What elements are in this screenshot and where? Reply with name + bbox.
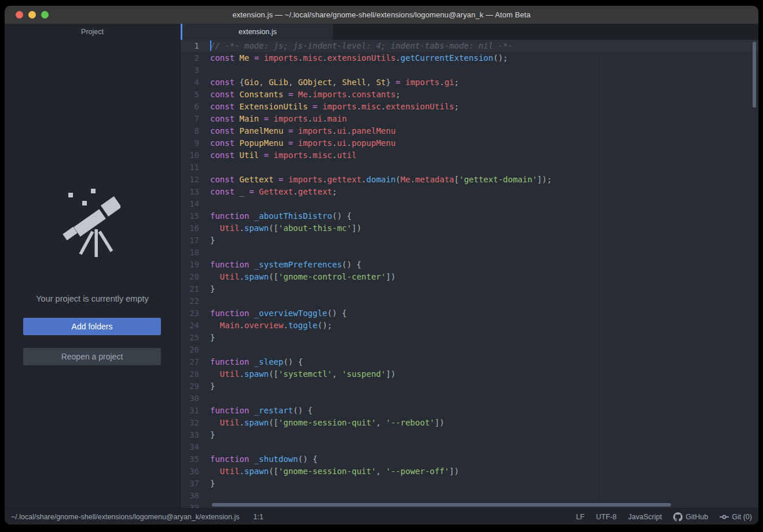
line-number[interactable]: 9 [181, 137, 205, 149]
code-line[interactable]: 11 [181, 162, 758, 174]
code-line[interactable]: 17} [181, 234, 758, 247]
line-number[interactable]: 10 [181, 149, 205, 162]
code-line[interactable]: 13const _ = Gettext.gettext; [181, 186, 758, 198]
line-number[interactable]: 33 [181, 429, 205, 441]
code-line[interactable]: 21} [181, 283, 758, 295]
line-number[interactable]: 1 [181, 40, 205, 52]
line-number[interactable]: 3 [181, 64, 205, 76]
code-line[interactable]: 28 Util.spawn(['systemctl', 'suspend']) [181, 368, 758, 380]
tab-extension-js[interactable]: extension.js [182, 24, 333, 40]
line-number[interactable]: 15 [181, 210, 205, 222]
line-number[interactable]: 31 [181, 405, 205, 417]
horizontal-scrollbar[interactable] [212, 503, 671, 507]
minimize-window-button[interactable] [28, 11, 36, 19]
code-token: const [210, 90, 240, 99]
line-number[interactable]: 27 [181, 356, 205, 368]
line-number[interactable]: 12 [181, 174, 205, 186]
code-line[interactable]: 19function _systemPreferences() { [181, 259, 758, 271]
code-line[interactable]: 14 [181, 198, 758, 210]
code-line[interactable]: 30 [181, 392, 758, 405]
code-line[interactable]: 20 Util.spawn(['gnome-control-center']) [181, 271, 758, 283]
code-line[interactable]: 5const Constants = Me.imports.constants; [181, 89, 758, 101]
code-line[interactable]: 34 [181, 441, 758, 453]
line-number[interactable]: 8 [181, 125, 205, 137]
line-number[interactable]: 20 [181, 271, 205, 283]
code-line[interactable]: 38 [181, 490, 758, 502]
code-line[interactable]: 22 [181, 295, 758, 307]
project-tab[interactable]: Project [5, 24, 180, 40]
line-number[interactable]: 23 [181, 307, 205, 320]
line-number[interactable]: 11 [181, 162, 205, 174]
text-editor[interactable]: 1// -*- mode: js; js-indent-level: 4; in… [181, 40, 758, 508]
code-line[interactable]: 32 Util.spawn(['gnome-session-quit', '--… [181, 417, 758, 429]
line-number[interactable]: 18 [181, 247, 205, 259]
code-line[interactable]: 26 [181, 344, 758, 356]
zoom-window-button[interactable] [41, 11, 49, 19]
code-line[interactable]: 1// -*- mode: js; js-indent-level: 4; in… [181, 40, 758, 52]
code-line[interactable]: 15function _aboutThisDistro() { [181, 210, 758, 222]
code-line[interactable]: 33} [181, 429, 758, 441]
code-line[interactable]: 24 Main.overview.toggle(); [181, 320, 758, 332]
line-number[interactable]: 17 [181, 234, 205, 247]
line-number[interactable]: 6 [181, 101, 205, 113]
line-number[interactable]: 24 [181, 320, 205, 332]
code-line[interactable]: 36 Util.spawn(['gnome-session-quit', '--… [181, 465, 758, 478]
code-line[interactable]: 25} [181, 332, 758, 344]
line-number[interactable]: 26 [181, 344, 205, 356]
line-number[interactable]: 25 [181, 332, 205, 344]
code-line-text: function _shutdown() { [205, 453, 758, 465]
line-number[interactable]: 13 [181, 186, 205, 198]
line-number[interactable]: 35 [181, 453, 205, 465]
code-line[interactable]: 23function _overviewToggle() { [181, 307, 758, 320]
code-line[interactable]: 9const PopupMenu = imports.ui.popupMenu [181, 137, 758, 149]
code-token: function [210, 357, 254, 366]
line-number[interactable]: 28 [181, 368, 205, 380]
line-number[interactable]: 5 [181, 89, 205, 101]
code-line[interactable]: 27function _sleep() { [181, 356, 758, 368]
close-window-button[interactable] [16, 11, 23, 19]
code-line[interactable]: 4const {Gio, GLib, GObject, Shell, St} =… [181, 76, 758, 89]
line-number[interactable]: 19 [181, 259, 205, 271]
line-number[interactable]: 36 [181, 465, 205, 478]
code-line[interactable]: 37} [181, 478, 758, 490]
code-line[interactable]: 18 [181, 247, 758, 259]
code-token: Gio [244, 78, 259, 87]
code-line[interactable]: 6const ExtensionUtils = imports.misc.ext… [181, 101, 758, 113]
line-number[interactable]: 22 [181, 295, 205, 307]
code-line[interactable]: 2const Me = imports.misc.extensionUtils.… [181, 52, 758, 64]
line-number[interactable]: 39 [181, 502, 205, 508]
code-line[interactable]: 29} [181, 380, 758, 392]
line-number[interactable]: 38 [181, 490, 205, 502]
code-line[interactable]: 3 [181, 64, 758, 76]
line-number[interactable]: 2 [181, 52, 205, 64]
line-number[interactable]: 21 [181, 283, 205, 295]
status-cursor-position[interactable]: 1:1 [254, 513, 263, 521]
line-number[interactable]: 29 [181, 380, 205, 392]
line-number[interactable]: 34 [181, 441, 205, 453]
line-number[interactable]: 14 [181, 198, 205, 210]
add-folders-button[interactable]: Add folders [23, 318, 161, 335]
code-line[interactable]: 16 Util.spawn(['about-this-mc']) [181, 222, 758, 234]
code-line[interactable]: 7const Main = imports.ui.main [181, 113, 758, 125]
line-number[interactable]: 7 [181, 113, 205, 125]
github-status-button[interactable]: GitHub [673, 512, 708, 522]
code-line[interactable]: 10const Util = imports.misc.util [181, 149, 758, 162]
line-number[interactable]: 37 [181, 478, 205, 490]
status-grammar[interactable]: JavaScript [628, 513, 662, 521]
reopen-project-button[interactable]: Reopen a project [23, 348, 161, 365]
line-number[interactable]: 30 [181, 392, 205, 405]
line-number[interactable]: 32 [181, 417, 205, 429]
code-line[interactable]: 8const PanelMenu = imports.ui.panelMenu [181, 125, 758, 137]
git-status-button[interactable]: Git (0) [720, 513, 752, 521]
status-encoding[interactable]: UTF-8 [596, 513, 617, 521]
code-line[interactable]: 31function _restart() { [181, 405, 758, 417]
line-number[interactable]: 4 [181, 76, 205, 89]
code-line[interactable]: 35function _shutdown() { [181, 453, 758, 465]
status-line-ending[interactable]: LF [576, 513, 585, 521]
line-number[interactable]: 16 [181, 222, 205, 234]
code-token: 'gnome-session-quit' [278, 418, 376, 427]
code-line[interactable]: 12const Gettext = imports.gettext.domain… [181, 174, 758, 186]
code-token: spawn [244, 418, 269, 427]
vertical-scrollbar[interactable] [753, 42, 756, 108]
code-token: main [327, 114, 347, 123]
